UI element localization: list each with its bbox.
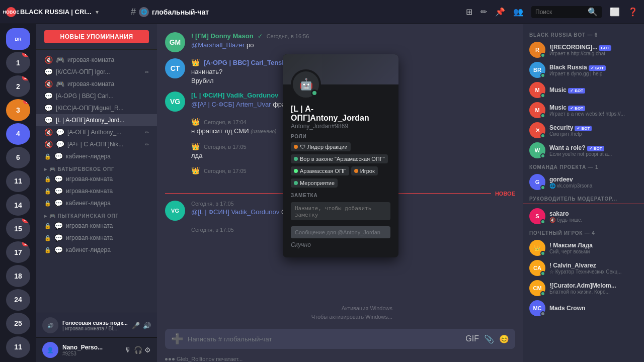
mentions-button[interactable]: НОВЫЕ УПОМИНАНИЯ	[44, 30, 149, 43]
typing-text: Gleb_Rolltonov печатает...	[177, 356, 243, 362]
category-batyr[interactable]: ▸ 🎮 БАТЫРЕВСКОЕ ОПГ	[36, 162, 157, 173]
role-badge-5[interactable]: Мероприятие	[291, 178, 338, 188]
msg-to-user-input[interactable]	[291, 226, 390, 238]
rs-member-name-music1: Music✓ БОТ	[549, 86, 638, 94]
chevron-down-icon: ▸	[44, 166, 47, 172]
sidebar-batyr-ch3[interactable]: 🔒 💬 кабинет-лидера	[36, 197, 157, 209]
rs-member-music2[interactable]: M Music✓ БОТ Играет в a new website! htt…	[523, 100, 644, 120]
speaker-icon[interactable]: 🔊	[143, 322, 151, 329]
pencil-icon[interactable]: ✏	[480, 7, 487, 17]
channel-label: игровая-комната	[66, 188, 149, 195]
rs-member-blackrussia[interactable]: BR Black Russia✓ БОТ Играет в dyno.gg | …	[523, 60, 644, 80]
server-item-2[interactable]: 1 10	[6, 52, 30, 73]
mic-icon[interactable]: 🎤	[132, 322, 140, 329]
msg-text-1: @Marshall_Blazer ро	[191, 41, 515, 50]
server-item-13[interactable]: 25	[6, 313, 30, 334]
search-box[interactable]: 🔍	[531, 6, 602, 18]
server-item-7[interactable]: 11	[6, 170, 30, 192]
attachment-icon[interactable]: 📎	[484, 334, 494, 344]
chat-input[interactable]	[188, 335, 461, 343]
sidebar-channel-text3[interactable]: 💬 [КIСС|А-ОПГ]Miguel_R...	[36, 102, 157, 114]
sidebar-channel-cabinet[interactable]: 🔒 💬 кабинет-лидера	[36, 150, 157, 162]
server-item-3[interactable]: 2 31	[6, 75, 30, 97]
sidebar-channel-text5[interactable]: 🔇 💬 [А²+ | С А-ОПГ]Nik... ✏	[36, 138, 157, 150]
typing-dots	[165, 358, 175, 360]
role-badge-label-3: Арзамасская ОПГ	[300, 168, 346, 174]
note-input[interactable]	[291, 202, 390, 220]
rs-member-music1[interactable]: M Music✓ БОТ	[523, 80, 644, 100]
emoji-icon[interactable]: 😊	[499, 334, 509, 344]
mic-toggle-icon[interactable]: 🎙	[125, 346, 132, 354]
add-icon[interactable]: ➕	[171, 333, 184, 345]
role-badge-2[interactable]: Вор в законе "Арзамасская ОПГ"	[291, 154, 388, 163]
help-icon[interactable]: ❓	[628, 7, 638, 17]
inbox-icon[interactable]: ⬜	[610, 7, 620, 17]
sidebar-batyr-ch1[interactable]: 🔒 💬 игровая-комната	[36, 173, 157, 185]
ch-icon-p1: 💬	[54, 222, 63, 230]
server-item-6[interactable]: 6	[6, 147, 30, 168]
server-dropdown-icon[interactable]: ▾	[96, 9, 99, 16]
msg-author-3[interactable]: [L | ФСИН] Vadik_Gordunov	[191, 92, 278, 99]
hashtag-icon[interactable]: ⊞	[466, 7, 472, 17]
server-icon-10: 17	[14, 248, 22, 256]
bot-badge-1: БОТ	[599, 45, 611, 51]
server-info: НОВОЕ BLACK RUSSIA | CRI... ▾	[6, 7, 127, 17]
rs-member-mads[interactable]: MC Mads Crown	[523, 298, 644, 318]
rs-member-status-calvin: ☆ Куратор Технических Секц...	[549, 269, 638, 275]
msg-author-1[interactable]: ! [ГМ] Donny Mason	[191, 32, 254, 40]
server-item-9[interactable]: 15 32	[6, 218, 30, 239]
sidebar-pytk-ch3[interactable]: 🔒 💬 кабинет-лидера	[36, 244, 157, 256]
rs-member-recording[interactable]: R ![RECORDING]...БОТ Играет в http://cra…	[523, 40, 644, 60]
rs-member-name-curator: ![Curator.Adm]Melom...	[549, 282, 638, 289]
sidebar-channel-text2[interactable]: 💬 [А-ОРG | ВВС] Carl...	[36, 90, 157, 102]
server-item-4[interactable]: 3 1	[6, 99, 30, 121]
rs-member-calvin[interactable]: CA ! Calvin_Alvarez ☆ Куратор Технически…	[523, 258, 644, 278]
server-item-5[interactable]: 4	[6, 123, 30, 145]
category-label: БАТЫРЕВСКОЕ ОПГ	[58, 166, 115, 172]
bot-badge-2: ✓ БОТ	[589, 65, 606, 71]
rs-avatar-blackrussia: BR	[529, 62, 545, 78]
role-badge-1[interactable]: 🛡 Лидер фракции	[291, 142, 351, 151]
sidebar-batyr-ch2[interactable]: 🔒 💬 игровая-комната	[36, 185, 157, 197]
server-item-1[interactable]: BR	[6, 28, 30, 50]
category-pytk[interactable]: ▸ 🎮 ПЫТКАРИНСКАЯ ОПГ	[36, 209, 157, 220]
rs-member-status-curator: Блатной по жизни. Коро...	[549, 289, 638, 295]
mention-1[interactable]: @Marshall_Blazer	[191, 41, 245, 49]
checkmark-icon-1: ✓	[258, 33, 263, 40]
sidebar-pytk-ch1[interactable]: 🔒 💬 игровая-комната	[36, 220, 157, 232]
mention-3[interactable]: @[А² | С-ФСБ] Artem_Uvar	[191, 101, 271, 108]
settings-icon[interactable]: ⚙	[144, 346, 151, 354]
sidebar-channel-voice2[interactable]: 🔇 🎮 игровая-комната	[36, 78, 157, 90]
sidebar-channel-voice1[interactable]: 🔇 🎮 игровая-комната	[36, 54, 157, 66]
rs-member-wantrole[interactable]: W Want a role?✓ БОТ Если you're not poop…	[523, 140, 644, 160]
sidebar-pytk-ch2[interactable]: 🔒 💬 игровая-комната	[36, 232, 157, 244]
server-item-8[interactable]: 14	[6, 194, 30, 216]
rs-member-security[interactable]: ✕ Security✓ БОТ Смотрит /help	[523, 120, 644, 140]
server-icon-9: 15	[14, 225, 22, 233]
mention-7[interactable]: @[L | ФСИН] Vadik_Gordunov	[191, 208, 279, 216]
server-item-12[interactable]: 24	[6, 289, 30, 311]
sidebar-discriminator: #9253	[62, 351, 121, 356]
search-input[interactable]	[535, 9, 585, 16]
headset-icon[interactable]: 🎧	[134, 346, 142, 354]
profile-action-button[interactable]: Скучно	[291, 238, 390, 251]
sidebar-channel-active[interactable]: 💬 [L | А-ОПГ]Antony_Jord...	[36, 114, 157, 126]
rs-member-curator[interactable]: CM ![Curator.Adm]Melom... Блатной по жиз…	[523, 278, 644, 298]
sidebar-username: Nano_Perso...	[62, 344, 121, 351]
server-item-14[interactable]: 11	[6, 336, 30, 358]
rs-member-sakaro[interactable]: S sakaro 🔇 будь тише.	[523, 206, 644, 226]
server-item-11[interactable]: 18	[6, 265, 30, 287]
sidebar-channel-text4[interactable]: 🔇 💬 [А-ОПГ] Anthony_... ✏	[36, 126, 157, 138]
server-item-10[interactable]: 17 32	[6, 241, 30, 263]
role-badge-3[interactable]: Арзамасская ОПГ	[291, 166, 349, 175]
server-icon-7: 11	[14, 177, 22, 185]
pin-icon[interactable]: 📌	[495, 7, 505, 17]
sidebar-channel-text1[interactable]: 💬 [К/СС/А-ОПГ] Igor... ✏	[36, 66, 157, 78]
rs-member-maxim[interactable]: 👑 ! Максим Лада Сий, черт возьми	[523, 238, 644, 258]
role-dot-3	[294, 169, 298, 173]
gif-icon[interactable]: GIF	[465, 334, 479, 344]
server-name: BLACK RUSSIA | CRI...	[20, 8, 92, 16]
rs-member-gordeev[interactable]: G gordeev 🌐 vk.com/p3rsona	[523, 172, 644, 192]
members-icon[interactable]: 👥	[513, 7, 523, 17]
role-badge-4[interactable]: Игрок	[351, 166, 378, 175]
